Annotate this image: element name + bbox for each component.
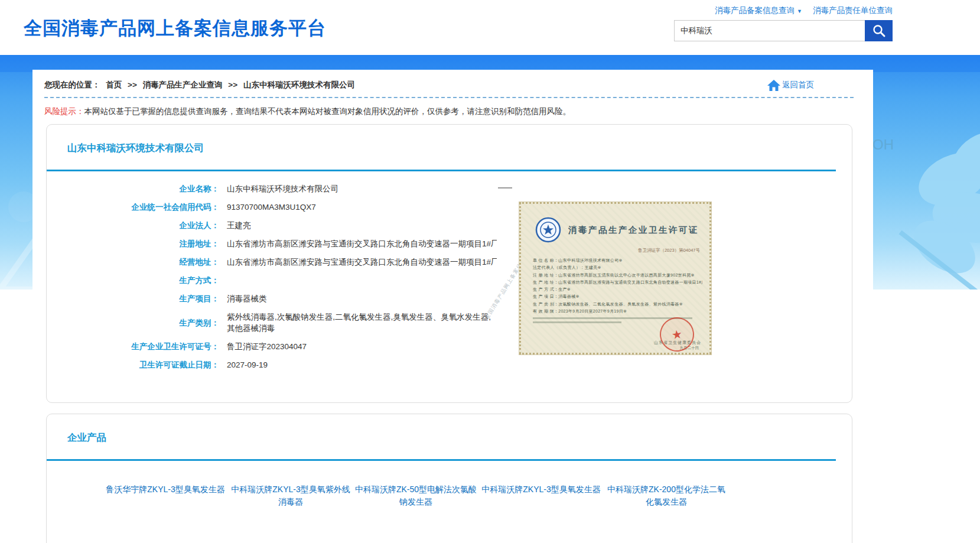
certificate-line: 生 产 项 目：消毒器械※ (533, 293, 702, 300)
national-emblem-icon (535, 217, 561, 243)
breadcrumb-separator: >> (228, 80, 237, 89)
certificate-line: 法定代表人（或负责人）：王建亮※ (533, 264, 702, 271)
field-label: 企业法人： (47, 220, 219, 231)
site-header: 全国消毒产品网上备案信息服务平台 消毒产品备案信息查询▼ 消毒产品责任单位查询 (0, 0, 980, 55)
field-label: 生产类别： (47, 317, 219, 329)
field-value: 山东省潍坊市高新区潍安路与宝通街交叉路口东北角自动变速器一期项目1#厂房 (227, 238, 507, 249)
company-info-card: 山东中科瑞沃环境技术有限公司 企业名称： 山东中科瑞沃环境技术有限公司 企业统一… (46, 124, 852, 403)
field-value: 鲁卫消证字202304047 (227, 341, 307, 352)
home-icon (767, 80, 780, 91)
field-label: 生产项目： (47, 293, 219, 304)
main-content-panel: 您现在的位置： 首页 >> 消毒产品生产企业查询 >> 山东中科瑞沃环境技术有限… (32, 70, 873, 543)
product-list: 鲁沃华宇牌ZKYL-3型臭氧发生器 中科瑞沃牌ZKYL-3型臭氧紫外线消毒器 中… (103, 483, 852, 508)
top-nav: 消毒产品备案信息查询▼ 消毒产品责任单位查询 (674, 5, 893, 17)
nav-link-record-info-query[interactable]: 消毒产品备案信息查询▼ (715, 5, 802, 16)
caret-down-icon: ▼ (797, 8, 802, 14)
site-title: 全国消毒产品网上备案信息服务平台 (24, 16, 326, 41)
field-row-license-expiry-date: 卫生许可证截止日期： 2027-09-19 (47, 359, 852, 370)
field-value: 91370700MA3M3U1QX7 (227, 201, 316, 213)
back-home-link[interactable]: 返回首页 (767, 79, 814, 91)
certificate-line: 生 产 方 式：生产※ (533, 286, 702, 293)
search-input[interactable] (674, 20, 865, 41)
back-home-label: 返回首页 (782, 79, 814, 91)
certificate-paper: 消毒产品生产企业卫生许可证 鲁卫消证字（2023）第04047号 单 位 名 称… (519, 202, 711, 355)
breadcrumb: 您现在的位置： 首页 >> 消毒产品生产企业查询 >> 山东中科瑞沃环境技术有限… (44, 79, 359, 91)
company-products-card: 企业产品 鲁沃华宇牌ZKYL-3型臭氧发生器 中科瑞沃牌ZKYL-3型臭氧紫外线… (46, 414, 852, 543)
dashed-divider (44, 97, 854, 98)
field-row-registered-address: 注册地址： 山东省潍坊市高新区潍安路与宝通街交叉路口东北角自动变速器一期项目1#… (47, 238, 852, 249)
field-label: 企业名称： (47, 183, 219, 194)
search-icon (872, 24, 886, 38)
breadcrumb-separator: >> (128, 80, 137, 89)
product-link[interactable]: 中科瑞沃牌ZK-200型化学法二氧化氯发生器 (604, 483, 729, 508)
certificate-line: 生 产 类 别：次氯酸钠发生器、二氧化氯发生器、臭氧发生器、紫外线消毒器※ (533, 301, 702, 308)
risk-notice-text: 本网站仅基于已掌握的信息提供查询服务，查询结果不代表本网站对被查询对象信用状况的… (84, 107, 571, 116)
section-rule (47, 170, 836, 171)
field-value: 2027-09-19 (227, 359, 268, 370)
field-label: 经营地址： (47, 256, 219, 268)
search-bar (674, 20, 893, 41)
product-link[interactable]: 中科瑞沃牌ZK-50型电解法次氯酸钠发生器 (353, 483, 478, 508)
license-certificate-image: 全国消毒产品网上备案信息服务平台 全国消毒产品网上备案信息服务平台 全国消毒产品… (497, 186, 721, 360)
field-value: 消毒器械类 (227, 293, 267, 304)
field-row-production-category: 生产类别： 紫外线消毒器,次氯酸钠发生器,二氧化氯发生器,臭氧发生器、臭氧水发生… (47, 311, 852, 334)
certificate-title: 消毒产品生产企业卫生许可证 (568, 225, 699, 236)
product-link[interactable]: 鲁沃华宇牌ZKYL-3型臭氧发生器 (103, 483, 228, 508)
certificate-header: 消毒产品生产企业卫生许可证 (521, 204, 709, 243)
section-rule (47, 459, 836, 461)
field-value: 山东省潍坊市高新区潍安路与宝通街交叉路口东北角自动变速器一期项目1#厂房 (227, 256, 507, 268)
certificate-line: 单 位 名 称：山东中科瑞沃环境技术有限公司※ (533, 257, 702, 264)
header-right: 消毒产品备案信息查询▼ 消毒产品责任单位查询 (674, 5, 893, 41)
field-value: 王建亮 (227, 220, 251, 231)
field-value: 山东中科瑞沃环境技术有限公司 (227, 183, 338, 194)
nav-link-label: 消毒产品备案信息查询 (715, 6, 795, 15)
field-label: 企业统一社会信用代码： (47, 201, 219, 213)
svg-text:OH: OH (872, 136, 894, 152)
company-card-title: 山东中科瑞沃环境技术有限公司 (47, 125, 852, 154)
seal-star: ★ (670, 327, 683, 342)
field-label: 生产企业卫生许可证号： (47, 341, 219, 352)
field-value: 紫外线消毒器,次氯酸钠发生器,二氧化氯发生器,臭氧发生器、臭氧水发生器,其他器械… (227, 311, 499, 334)
nav-link-label: 消毒产品责任单位查询 (813, 6, 893, 15)
product-link[interactable]: 中科瑞沃牌ZKYL-3型臭氧紫外线消毒器 (228, 483, 353, 508)
field-row-company-name: 企业名称： 山东中科瑞沃环境技术有限公司 (47, 183, 852, 194)
company-fields: 企业名称： 山东中科瑞沃环境技术有限公司 企业统一社会信用代码： 9137070… (47, 183, 852, 370)
placeholder-dash (498, 187, 512, 188)
field-row-production-project: 生产项目： 消毒器械类 (47, 293, 852, 304)
breadcrumb-item-enterprise-query[interactable]: 消毒产品生产企业查询 (143, 80, 223, 89)
field-row-legal-person: 企业法人： 王建亮 (47, 220, 852, 231)
certificate-body: 单 位 名 称：山东中科瑞沃环境技术有限公司※ 法定代表人（或负责人）：王建亮※… (521, 253, 709, 315)
certificate-line: 注 册 地 址：山东省潍坊市高新区玉清东街以北中心次干道以西高新大厦902室科苑… (533, 272, 702, 279)
field-label: 卫生许可证截止日期： (47, 359, 219, 370)
field-label: 生产方式： (47, 275, 219, 286)
risk-notice-label: 风险提示： (44, 107, 84, 116)
certificate-line: 有 效 期 限：2023年9月20日至2027年9月19日※ (533, 308, 702, 315)
breadcrumb-item-current-company: 山东中科瑞沃环境技术有限公司 (243, 80, 355, 89)
risk-notice: 风险提示：本网站仅基于已掌握的信息提供查询服务，查询结果不代表本网站对被查询对象… (32, 106, 873, 117)
field-label: 注册地址： (47, 238, 219, 249)
certificate-line: 生 产 地 址：山东省潍坊市高新区潍安路与宝通街交叉路口东北角自动变速器一期项目… (533, 279, 702, 286)
search-button[interactable] (865, 20, 893, 41)
products-card-title: 企业产品 (47, 414, 852, 444)
field-row-business-address: 经营地址： 山东省潍坊市高新区潍安路与宝通街交叉路口东北角自动变速器一期项目1#… (47, 256, 852, 268)
certificate-number: 鲁卫消证字（2023）第04047号 (521, 248, 709, 253)
field-row-hygiene-license-no: 生产企业卫生许可证号： 鲁卫消证字202304047 (47, 341, 852, 352)
breadcrumb-prefix: 您现在的位置： (44, 80, 100, 89)
breadcrumb-row: 您现在的位置： 首页 >> 消毒产品生产企业查询 >> 山东中科瑞沃环境技术有限… (32, 70, 873, 91)
nav-link-responsible-unit-query[interactable]: 消毒产品责任单位查询 (813, 5, 893, 16)
product-link[interactable]: 中科瑞沃牌ZKYL-3型臭氧发生器 (478, 483, 604, 508)
breadcrumb-item-home[interactable]: 首页 (106, 80, 122, 89)
field-row-production-method: 生产方式： (47, 275, 852, 286)
field-row-credit-code: 企业统一社会信用代码： 91370700MA3M3U1QX7 (47, 201, 852, 213)
